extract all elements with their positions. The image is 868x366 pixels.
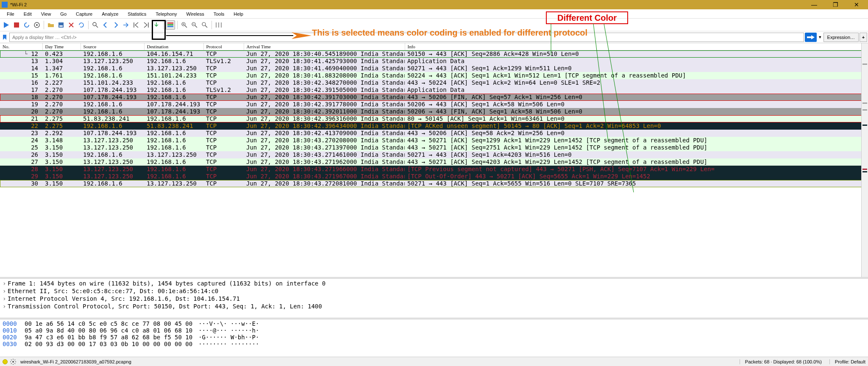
packet-row[interactable]: 243.14813.127.123.250192.168.1.6TCPJun 2… bbox=[0, 137, 868, 144]
svg-point-15 bbox=[202, 22, 206, 26]
go-last-icon[interactable] bbox=[142, 20, 151, 30]
scroll-markers bbox=[861, 43, 868, 277]
packet-row[interactable]: 131.30413.127.123.250192.168.1.6TLSv1.2J… bbox=[0, 58, 868, 65]
packet-row[interactable]: 151.761192.168.1.6151.101.24.233TCPJun 2… bbox=[0, 72, 868, 79]
menu-telephony[interactable]: Telephony bbox=[151, 11, 181, 17]
restart-capture-icon[interactable] bbox=[22, 20, 31, 30]
zoom-out-icon[interactable] bbox=[190, 20, 199, 30]
svg-line-7 bbox=[96, 25, 98, 28]
packet-row[interactable]: 172.270107.178.244.193192.168.1.6TLSv1.2… bbox=[0, 86, 868, 94]
packet-row[interactable]: 303.150192.168.1.613.127.123.250TCPJun 2… bbox=[0, 180, 868, 187]
col-time[interactable]: Day Time bbox=[42, 43, 81, 50]
col-info[interactable]: Info bbox=[405, 43, 868, 50]
stop-capture-icon[interactable] bbox=[12, 20, 21, 30]
col-arrival[interactable]: Arrival Time bbox=[244, 43, 405, 50]
add-filter-button[interactable]: + bbox=[860, 33, 867, 42]
prefs-icon[interactable] bbox=[10, 359, 16, 365]
detail-frame[interactable]: Frame 1: 1454 bytes on wire (11632 bits)… bbox=[3, 280, 865, 287]
expression-button[interactable]: Expression… bbox=[823, 33, 859, 42]
display-filter-input[interactable] bbox=[9, 33, 804, 42]
packet-row[interactable]: 202.270192.168.1.6107.178.244.193TCPJun … bbox=[0, 108, 868, 115]
menu-capture[interactable]: Capture bbox=[72, 11, 97, 17]
packet-row[interactable]: 192.270192.168.1.6107.178.244.193TCPJun … bbox=[0, 101, 868, 108]
svg-line-16 bbox=[205, 25, 207, 28]
menu-analyze[interactable]: Analyze bbox=[97, 11, 122, 17]
menu-edit[interactable]: Edit bbox=[19, 11, 36, 17]
menu-bar: File Edit View Go Capture Analyze Statis… bbox=[0, 9, 868, 19]
go-to-packet-icon[interactable] bbox=[121, 20, 131, 30]
menu-help[interactable]: Help bbox=[229, 11, 248, 17]
packet-row[interactable]: 273.15013.127.123.250192.168.1.6TCPJun 2… bbox=[0, 158, 868, 166]
zoom-in-icon[interactable] bbox=[180, 20, 189, 30]
packet-bytes[interactable]: 000000 1e a6 56 14 c0 5c e0 c5 8c ce 77 … bbox=[0, 319, 868, 357]
title-bar: *Wi-Fi 2 — ❐ ✕ bbox=[0, 0, 868, 9]
svg-rect-9 bbox=[167, 24, 173, 25]
packet-row[interactable]: └ 120.423192.168.1.6104.16.154.71TCPJun … bbox=[0, 50, 868, 58]
col-no[interactable]: No. bbox=[0, 43, 42, 50]
status-bar: wireshark_Wi-Fi 2_20200627183039_a07592.… bbox=[0, 357, 868, 366]
menu-file[interactable]: File bbox=[3, 11, 19, 17]
app-icon bbox=[2, 2, 8, 8]
svg-line-14 bbox=[195, 25, 197, 28]
start-capture-icon[interactable] bbox=[2, 20, 11, 30]
svg-rect-1 bbox=[14, 22, 19, 28]
resize-cols-icon[interactable] bbox=[214, 20, 223, 30]
packet-row[interactable]: 222.275192.168.1.651.83.238.241TCPJun 27… bbox=[0, 122, 868, 130]
packet-list[interactable]: No. Day Time Source Destination Protocol… bbox=[0, 43, 868, 277]
svg-rect-8 bbox=[167, 22, 173, 24]
svg-line-12 bbox=[185, 25, 187, 28]
bookmark-icon[interactable] bbox=[1, 33, 8, 41]
auto-scroll-icon[interactable] bbox=[152, 20, 161, 30]
open-file-icon[interactable] bbox=[46, 20, 56, 30]
svg-point-17 bbox=[12, 361, 14, 363]
svg-point-6 bbox=[93, 22, 96, 26]
menu-statistics[interactable]: Statistics bbox=[123, 11, 150, 17]
detail-tcp[interactable]: Transmission Control Protocol, Src Port:… bbox=[3, 302, 865, 310]
col-proto[interactable]: Protocol bbox=[203, 43, 244, 50]
menu-go[interactable]: Go bbox=[56, 11, 71, 17]
packet-row[interactable]: 141.347192.168.1.613.127.123.250TCPJun 2… bbox=[0, 65, 868, 72]
zoom-reset-icon[interactable] bbox=[200, 20, 209, 30]
close-button[interactable]: ✕ bbox=[850, 1, 863, 8]
menu-tools[interactable]: Tools bbox=[209, 11, 229, 17]
filter-bar: ▾ Expression… + bbox=[0, 31, 868, 43]
detail-ip[interactable]: Internet Protocol Version 4, Src: 192.16… bbox=[3, 295, 865, 302]
menu-view[interactable]: View bbox=[37, 11, 56, 17]
packet-row[interactable]: 162.227151.101.24.233192.168.1.6TCPJun 2… bbox=[0, 79, 868, 86]
menu-wireless[interactable]: Wireless bbox=[182, 11, 209, 17]
capture-file: wireshark_Wi-Fi 2_20200627183039_a07592.… bbox=[20, 359, 131, 364]
go-back-icon[interactable] bbox=[101, 20, 110, 30]
options-icon[interactable] bbox=[32, 20, 42, 30]
colorize-list-icon[interactable] bbox=[166, 20, 175, 30]
window-title: *Wi-Fi 2 bbox=[10, 2, 27, 7]
packet-row[interactable]: 253.15013.127.123.250192.168.1.6TCPJun 2… bbox=[0, 144, 868, 151]
detail-eth[interactable]: Ethernet II, Src: 5c:e0:c5:8c:ce:77, Dst… bbox=[3, 287, 865, 295]
svg-rect-4 bbox=[58, 22, 64, 28]
svg-rect-5 bbox=[59, 25, 63, 27]
apply-filter-button[interactable] bbox=[805, 33, 817, 42]
packet-details[interactable]: Frame 1: 1454 bytes on wire (11632 bits)… bbox=[0, 279, 868, 318]
col-src[interactable]: Source bbox=[81, 43, 144, 50]
col-dst[interactable]: Destination bbox=[144, 43, 203, 50]
toolbar bbox=[0, 19, 868, 31]
minimize-button[interactable]: — bbox=[808, 1, 821, 8]
packet-row[interactable]: 293.15013.127.123.250192.168.1.6TCPJun 2… bbox=[0, 173, 868, 180]
filter-dropdown-icon[interactable]: ▾ bbox=[818, 34, 823, 40]
maximize-button[interactable]: ❐ bbox=[829, 1, 842, 8]
go-first-icon[interactable] bbox=[131, 20, 141, 30]
svg-rect-10 bbox=[167, 26, 173, 27]
packet-header-row[interactable]: No. Day Time Source Destination Protocol… bbox=[0, 43, 868, 50]
profile-label[interactable]: Profile: Default bbox=[829, 359, 865, 364]
packet-row[interactable]: 232.292107.178.244.193192.168.1.6TCPJun … bbox=[0, 130, 868, 137]
packet-row[interactable]: 283.15013.127.123.250192.168.1.6TCPJun 2… bbox=[0, 166, 868, 173]
close-file-icon[interactable] bbox=[67, 20, 76, 30]
save-file-icon[interactable] bbox=[56, 20, 66, 30]
find-packet-icon[interactable] bbox=[91, 20, 100, 30]
svg-point-3 bbox=[36, 24, 38, 26]
packet-row[interactable]: 182.270107.178.244.193192.168.1.6TCPJun … bbox=[0, 94, 868, 101]
packet-row[interactable]: 212.27551.83.238.241192.168.1.6TCPJun 27… bbox=[0, 115, 868, 122]
expert-info-icon[interactable] bbox=[3, 359, 8, 364]
go-fwd-icon[interactable] bbox=[111, 20, 120, 30]
packet-row[interactable]: 263.150192.168.1.613.127.123.250TCPJun 2… bbox=[0, 151, 868, 158]
reload-icon[interactable] bbox=[77, 20, 86, 30]
